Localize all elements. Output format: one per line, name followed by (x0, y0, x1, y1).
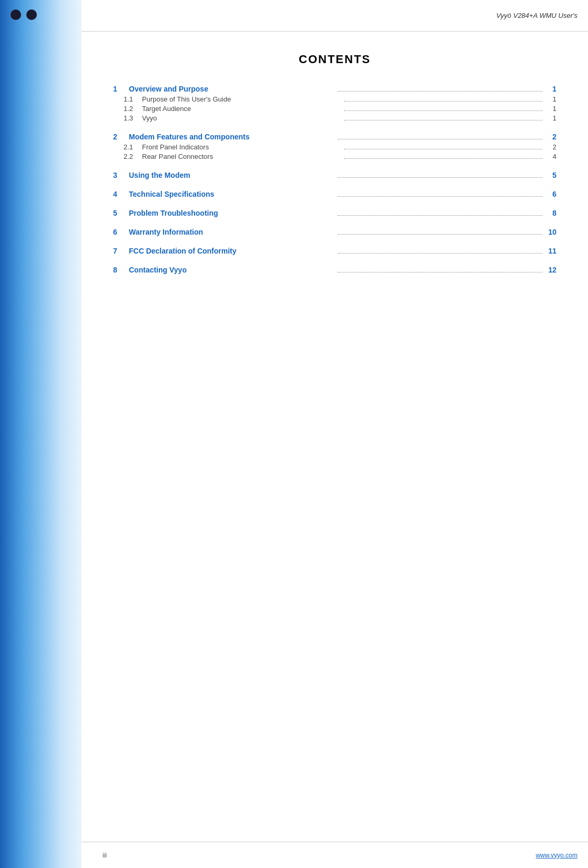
toc-page-8: 12 (546, 266, 556, 274)
toc-section-1: 1Overview and Purpose11.1Purpose of This… (113, 85, 556, 122)
toc-sub-label-2-1: Front Panel Indicators (142, 143, 341, 151)
footer-link[interactable]: www.vyyo.com (536, 852, 577, 859)
toc-main-entry-1[interactable]: 1Overview and Purpose1 (113, 85, 556, 93)
header-title: Vyyö V284+A WMU User's (496, 12, 577, 19)
toc-sub-label-2-2: Rear Panel Connectors (142, 153, 341, 160)
toc-sub-dots-1-1 (344, 101, 543, 102)
toc-dots-2 (338, 139, 543, 139)
toc-number-4: 4 (113, 190, 129, 198)
toc-section-7: 7FCC Declaration of Conformity11 (113, 247, 556, 255)
toc-section-2: 2Modem Features and Components22.1Front … (113, 133, 556, 160)
toc-page-3: 5 (546, 171, 556, 179)
toc-label-2: Modem Features and Components (129, 133, 334, 141)
toc-sub-number-1-1: 1.1 (124, 95, 142, 103)
toc-sub-number-1-3: 1.3 (124, 114, 142, 122)
toc-sub-dots-2-1 (344, 149, 543, 149)
toc-page-1: 1 (546, 85, 556, 93)
footer-page-number: iii (103, 852, 107, 859)
toc-dots-5 (338, 215, 543, 216)
circle-dot-2 (26, 9, 37, 20)
toc-label-1: Overview and Purpose (129, 85, 334, 93)
header-bar: Vyyö V284+A WMU User's (82, 0, 588, 32)
toc-sub-page-1-2: 1 (546, 105, 556, 113)
main-content: CONTENTS 1Overview and Purpose11.1Purpos… (82, 32, 588, 842)
toc-sub-entry-1-3[interactable]: 1.3Vyyo1 (113, 114, 556, 122)
toc-number-6: 6 (113, 228, 129, 236)
toc-label-6: Warranty Information (129, 228, 334, 236)
toc-sub-dots-2-2 (344, 158, 543, 159)
toc-dots-3 (338, 177, 543, 178)
toc-container: 1Overview and Purpose11.1Purpose of This… (113, 85, 556, 274)
toc-number-2: 2 (113, 133, 129, 141)
toc-sub-page-2-2: 4 (546, 153, 556, 160)
toc-page-5: 8 (546, 209, 556, 217)
toc-main-entry-4[interactable]: 4Technical Specifications6 (113, 190, 556, 198)
toc-label-7: FCC Declaration of Conformity (129, 247, 334, 255)
page-title: CONTENTS (113, 53, 556, 66)
toc-main-entry-2[interactable]: 2Modem Features and Components2 (113, 133, 556, 141)
toc-page-7: 11 (546, 247, 556, 255)
toc-label-4: Technical Specifications (129, 190, 334, 198)
footer: iii www.vyyo.com (82, 842, 588, 868)
toc-number-5: 5 (113, 209, 129, 217)
toc-sub-label-1-3: Vyyo (142, 114, 341, 122)
toc-label-8: Contacting Vyyo (129, 266, 334, 274)
toc-dots-8 (338, 272, 543, 272)
toc-sub-number-2-2: 2.2 (124, 153, 142, 160)
toc-number-7: 7 (113, 247, 129, 255)
toc-sub-label-1-1: Purpose of This User's Guide (142, 95, 341, 103)
toc-dots-7 (338, 253, 543, 254)
toc-main-entry-6[interactable]: 6Warranty Information10 (113, 228, 556, 236)
toc-sub-page-2-1: 2 (546, 143, 556, 151)
toc-dots-6 (338, 234, 543, 235)
toc-main-entry-3[interactable]: 3Using the Modem5 (113, 171, 556, 179)
toc-sub-page-1-1: 1 (546, 95, 556, 103)
toc-sub-label-1-2: Target Audience (142, 105, 341, 113)
toc-sub-dots-1-3 (344, 120, 543, 120)
toc-sub-entry-2-2[interactable]: 2.2Rear Panel Connectors4 (113, 153, 556, 160)
toc-sub-entry-1-2[interactable]: 1.2Target Audience1 (113, 105, 556, 113)
toc-page-4: 6 (546, 190, 556, 198)
toc-section-6: 6Warranty Information10 (113, 228, 556, 236)
toc-sub-number-2-1: 2.1 (124, 143, 142, 151)
toc-sub-page-1-3: 1 (546, 114, 556, 122)
toc-main-entry-8[interactable]: 8Contacting Vyyo12 (113, 266, 556, 274)
toc-section-4: 4Technical Specifications6 (113, 190, 556, 198)
sidebar-circles (11, 9, 37, 20)
toc-page-2: 2 (546, 133, 556, 141)
toc-page-6: 10 (546, 228, 556, 236)
toc-main-entry-7[interactable]: 7FCC Declaration of Conformity11 (113, 247, 556, 255)
toc-section-3: 3Using the Modem5 (113, 171, 556, 179)
toc-sub-number-1-2: 1.2 (124, 105, 142, 113)
toc-main-entry-5[interactable]: 5Problem Troubleshooting8 (113, 209, 556, 217)
toc-number-8: 8 (113, 266, 129, 274)
toc-sub-entry-2-1[interactable]: 2.1Front Panel Indicators2 (113, 143, 556, 151)
toc-section-8: 8Contacting Vyyo12 (113, 266, 556, 274)
toc-number-1: 1 (113, 85, 129, 93)
toc-label-3: Using the Modem (129, 171, 334, 179)
toc-dots-1 (338, 91, 543, 92)
toc-section-5: 5Problem Troubleshooting8 (113, 209, 556, 217)
toc-label-5: Problem Troubleshooting (129, 209, 334, 217)
toc-number-3: 3 (113, 171, 129, 179)
sidebar (0, 0, 82, 868)
toc-sub-dots-1-2 (344, 110, 543, 111)
toc-sub-entry-1-1[interactable]: 1.1Purpose of This User's Guide1 (113, 95, 556, 103)
circle-dot-1 (11, 9, 21, 20)
toc-dots-4 (338, 196, 543, 197)
